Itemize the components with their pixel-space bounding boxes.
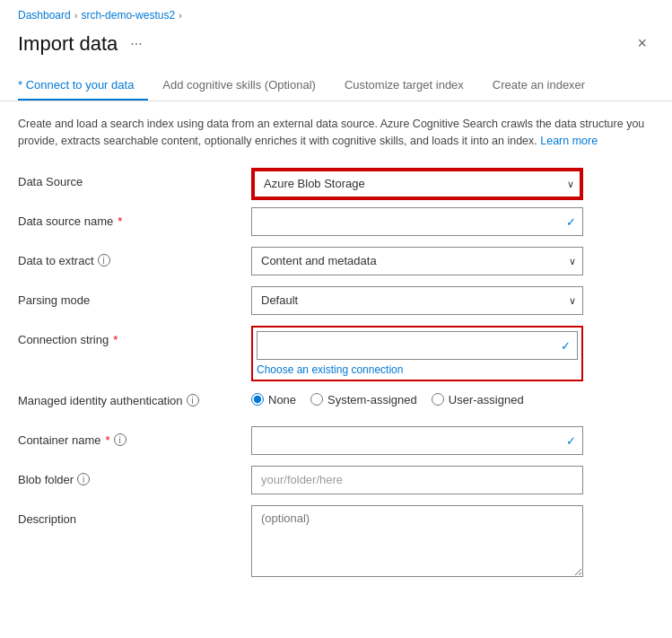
radio-option-system[interactable]: System-assigned bbox=[310, 393, 417, 406]
breadcrumb: Dashboard › srch-demo-westus2 › bbox=[0, 0, 672, 27]
description-text: Create and load a search index using dat… bbox=[18, 116, 646, 150]
tab-connect-data[interactable]: * Connect to your data bbox=[18, 71, 148, 101]
tab-create-indexer[interactable]: Create an indexer bbox=[478, 71, 599, 101]
tab-cognitive-skills[interactable]: Add cognitive skills (Optional) bbox=[148, 71, 330, 101]
connection-string-required: * bbox=[113, 333, 118, 346]
connection-string-label: Connection string * bbox=[18, 326, 251, 346]
connection-string-input[interactable]: DefaultEndpointsProtocol=https;AccountNa… bbox=[257, 331, 578, 360]
page-header-left: Import data ··· bbox=[18, 32, 146, 56]
data-source-name-row: Data source name * cog-search-demo-ds ✓ bbox=[18, 207, 654, 241]
managed-identity-info-icon[interactable]: i bbox=[187, 394, 199, 406]
tab-customize-index[interactable]: Customize target index bbox=[330, 71, 478, 101]
breadcrumb-dashboard[interactable]: Dashboard bbox=[18, 9, 71, 22]
data-source-select[interactable]: Azure Blob Storage bbox=[253, 170, 581, 198]
radio-option-none[interactable]: None bbox=[251, 393, 296, 406]
data-extract-row: Data to extract i Content and metadata ∨ bbox=[18, 247, 654, 281]
radio-system-input[interactable] bbox=[310, 393, 323, 406]
data-source-name-control: cog-search-demo-ds ✓ bbox=[251, 207, 583, 236]
data-extract-select[interactable]: Content and metadata bbox=[251, 247, 583, 275]
connection-string-row: Connection string * DefaultEndpointsProt… bbox=[18, 326, 654, 381]
container-name-info-icon[interactable]: i bbox=[114, 433, 127, 446]
radio-user-label: User-assigned bbox=[449, 393, 524, 406]
container-name-input-wrapper: cog-search-demo ✓ bbox=[251, 426, 583, 455]
blob-folder-input[interactable] bbox=[251, 466, 583, 494]
description-field-control bbox=[251, 505, 583, 580]
parsing-mode-select-wrapper: Default ∨ bbox=[251, 286, 583, 315]
description-field-row: Description bbox=[18, 505, 654, 580]
managed-identity-radio-group: None System-assigned User-assigned bbox=[251, 387, 583, 406]
data-source-select-wrapper: Azure Blob Storage ∨ bbox=[251, 168, 583, 200]
page-header: Import data ··· × bbox=[0, 27, 672, 71]
blob-folder-label: Blob folder i bbox=[18, 466, 251, 486]
choose-connection-link[interactable]: Choose an existing connection bbox=[257, 363, 578, 376]
breadcrumb-service[interactable]: srch-demo-westus2 bbox=[81, 9, 175, 22]
content-area: Create and load a search index using dat… bbox=[0, 101, 672, 598]
container-name-required: * bbox=[106, 433, 110, 447]
data-source-name-required: * bbox=[118, 214, 122, 228]
description-textarea[interactable] bbox=[251, 505, 583, 577]
data-source-label: Data Source bbox=[18, 168, 251, 188]
data-extract-control: Content and metadata ∨ bbox=[251, 247, 583, 275]
blob-folder-control bbox=[251, 466, 583, 494]
radio-option-user[interactable]: User-assigned bbox=[432, 393, 524, 406]
connection-string-highlight-box: DefaultEndpointsProtocol=https;AccountNa… bbox=[251, 326, 583, 381]
data-source-name-label: Data source name * bbox=[18, 207, 251, 228]
page-title: Import data bbox=[18, 32, 118, 56]
parsing-mode-select[interactable]: Default bbox=[251, 286, 583, 315]
breadcrumb-sep-2: › bbox=[179, 10, 182, 21]
container-name-row: Container name * i cog-search-demo ✓ bbox=[18, 426, 654, 460]
data-source-name-input-wrapper: cog-search-demo-ds ✓ bbox=[251, 207, 583, 236]
managed-identity-control: None System-assigned User-assigned bbox=[251, 387, 583, 406]
parsing-mode-label: Parsing mode bbox=[18, 286, 251, 307]
radio-none-label: None bbox=[268, 393, 296, 406]
connection-string-control: DefaultEndpointsProtocol=https;AccountNa… bbox=[251, 326, 583, 381]
managed-identity-label: Managed identity authentication i bbox=[18, 387, 251, 407]
parsing-mode-row: Parsing mode Default ∨ bbox=[18, 286, 654, 320]
close-button[interactable]: × bbox=[630, 31, 654, 57]
radio-none-input[interactable] bbox=[251, 393, 264, 406]
data-extract-select-wrapper: Content and metadata ∨ bbox=[251, 247, 583, 275]
radio-user-input[interactable] bbox=[432, 393, 444, 406]
data-source-name-input[interactable]: cog-search-demo-ds bbox=[251, 207, 583, 236]
parsing-mode-control: Default ∨ bbox=[251, 286, 583, 315]
blob-folder-info-icon[interactable]: i bbox=[77, 473, 90, 485]
description-field-label: Description bbox=[18, 505, 251, 526]
container-name-label: Container name * i bbox=[18, 426, 251, 447]
data-source-row: Data Source Azure Blob Storage ∨ bbox=[18, 168, 654, 202]
more-options-icon[interactable]: ··· bbox=[127, 32, 145, 56]
data-extract-info-icon[interactable]: i bbox=[98, 254, 110, 267]
data-source-control: Azure Blob Storage ∨ bbox=[251, 168, 583, 200]
data-extract-label: Data to extract i bbox=[18, 247, 251, 267]
radio-system-label: System-assigned bbox=[327, 393, 417, 406]
container-name-input[interactable]: cog-search-demo bbox=[251, 426, 583, 455]
connection-string-input-wrapper: DefaultEndpointsProtocol=https;AccountNa… bbox=[257, 331, 578, 360]
blob-folder-row: Blob folder i bbox=[18, 466, 654, 500]
container-name-control: cog-search-demo ✓ bbox=[251, 426, 583, 455]
tabs-container: * Connect to your data Add cognitive ski… bbox=[0, 71, 672, 101]
breadcrumb-sep-1: › bbox=[74, 10, 78, 21]
learn-more-link[interactable]: Learn more bbox=[540, 135, 598, 147]
managed-identity-row: Managed identity authentication i None S… bbox=[18, 387, 654, 421]
form: Data Source Azure Blob Storage ∨ Data so… bbox=[18, 168, 654, 580]
